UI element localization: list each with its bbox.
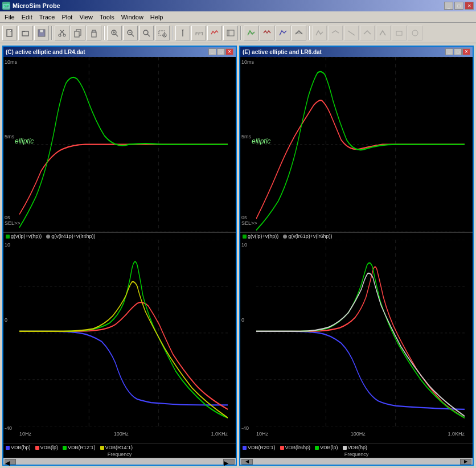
svg-rect-23 [159,31,165,35]
left-lower-legend-2: VDB(lp) [35,445,59,450]
right-scroll-left[interactable]: ◀ [241,459,253,465]
right-x-100hz: 100Hz [351,431,366,437]
right-scroll-right[interactable]: ▶ [460,459,471,465]
menu-view[interactable]: View [76,13,96,22]
run-button[interactable] [223,26,238,40]
right-upper-y-bot: 0s [241,215,247,220]
right-lower-text-3: VDB(lp) [320,445,338,450]
right-lower-y-mid: 0 [241,317,244,323]
right-legend-dot-2 [283,235,287,239]
svg-rect-2 [22,31,28,36]
left-window-titlebar[interactable]: (C) active elliptic and LR4.dat _ □ ✕ [3,47,236,57]
grayed3-button [344,26,359,40]
left-minimize[interactable]: _ [208,48,216,55]
main-win-controls: _ □ ✕ [444,2,474,10]
cut-button[interactable] [55,26,69,40]
fft-button[interactable]: FFT [191,26,206,40]
save-button[interactable] [34,26,49,40]
left-lower-dot-4 [100,446,104,450]
grayed4-button [360,26,375,40]
menu-help[interactable]: Help [147,13,167,22]
zoom-out-button[interactable] [123,26,138,40]
right-lower-y-top: 10 [241,242,247,248]
svg-rect-11 [75,31,79,37]
right-upper-plot [256,57,465,232]
left-legend-item-2: g(v(lr41p)+v(lr4hp)) [46,233,95,239]
right-lower-legend: VDB(R20:1) VDB(lr6hp) VDB(lp) VDB(hp) [240,444,473,451]
svg-rect-13 [92,30,96,32]
left-scroll-track[interactable] [17,459,222,464]
right-lower-legend-3: VDB(lp) [315,445,338,450]
toolbar-sep-4 [240,26,241,40]
svg-line-33 [348,31,355,35]
right-legend-item-2: g(v(lr61p)+v(lr6hp)) [283,233,332,239]
right-legend-item-1: g(v(lp)+v(hp)) [243,233,278,239]
right-legend-dot-1 [243,235,247,239]
left-lower-text-2: VDB(lp) [40,445,59,450]
left-close[interactable]: ✕ [225,48,233,55]
new-button[interactable] [2,26,17,40]
left-scroll-right[interactable]: ▶ [223,459,235,465]
measure-button[interactable] [207,26,222,40]
svg-rect-34 [396,31,402,35]
right-upper-y-mid: 5ms [241,134,251,139]
right-lower-text-2: VDB(lr6hp) [285,445,311,450]
svg-line-15 [116,34,118,36]
right-lower-dot-4 [343,446,347,450]
copy-button[interactable] [71,26,85,40]
left-maximize[interactable]: □ [217,48,225,55]
left-win-controls: _ □ ✕ [208,48,233,55]
svg-line-22 [147,34,150,36]
menu-window[interactable]: Window [118,13,147,22]
zoom-in-button[interactable] [107,26,122,40]
right-lower-y-bot: -40 [241,425,249,431]
right-lower-text-4: VDB(hp) [348,445,368,450]
right-close[interactable]: ✕ [462,48,470,55]
grayed6-button [392,26,407,40]
left-window-title: (C) active elliptic and LR4.dat [6,49,85,55]
right-upper-y-top: 10ms [241,59,254,65]
right-lower-plot [256,240,465,426]
svg-line-19 [132,34,134,36]
left-lower-text-1: VDB(hp) [11,445,31,450]
left-x-1khz: 1.0KHz [211,431,228,437]
menu-trace[interactable]: Trace [36,13,59,22]
right-h-scroll[interactable]: ◀ ▶ [240,458,473,465]
minimize-button[interactable]: _ [444,2,453,10]
left-h-scroll[interactable]: ◀ ▶ [3,458,236,465]
left-upper-y-bot: 0s [5,215,10,220]
close-button[interactable]: ✕ [465,2,474,10]
right-legend-text-1: g(v(lp)+v(hp)) [248,233,278,239]
open-button[interactable] [18,26,33,40]
right-freq-label: Frequency [240,451,473,458]
svg-rect-29 [227,30,234,36]
menu-file[interactable]: File [1,13,18,22]
svg-rect-3 [22,31,25,32]
svg-marker-27 [182,30,184,31]
right-minimize[interactable]: _ [445,48,453,55]
right-maximize[interactable]: □ [454,48,462,55]
menu-tools[interactable]: Tools [96,13,118,22]
cursor1-button[interactable] [175,26,190,40]
main-area: (C) active elliptic and LR4.dat _ □ ✕ 10… [0,43,476,468]
zoom-box-button[interactable] [155,26,170,40]
menu-plot[interactable]: Plot [58,13,76,22]
waveform3-button[interactable] [276,26,290,40]
waveform4-button[interactable] [292,26,306,40]
left-scroll-left[interactable]: ◀ [5,459,16,465]
right-lower-dot-3 [315,446,319,450]
maximize-button[interactable]: □ [454,2,463,10]
zoom-fit-button[interactable] [139,26,154,40]
right-window-title: (E) active elliptic and LR6.dat [243,49,322,55]
waveform2-button[interactable] [260,26,274,40]
right-window-titlebar[interactable]: (E) active elliptic and LR6.dat _ □ ✕ [240,47,473,57]
left-legend-text-1: g(v(lp)+v(hp)) [11,233,42,239]
grayed2-button [328,26,343,40]
waveform1-button[interactable] [244,26,258,40]
svg-point-21 [143,30,148,35]
left-lower-x-labels: 10Hz 100Hz 1.0KHz [19,431,228,437]
menu-edit[interactable]: Edit [18,13,36,22]
right-scroll-track[interactable] [254,459,459,464]
left-x-10hz: 10Hz [19,431,31,437]
paste-button[interactable] [87,26,101,40]
